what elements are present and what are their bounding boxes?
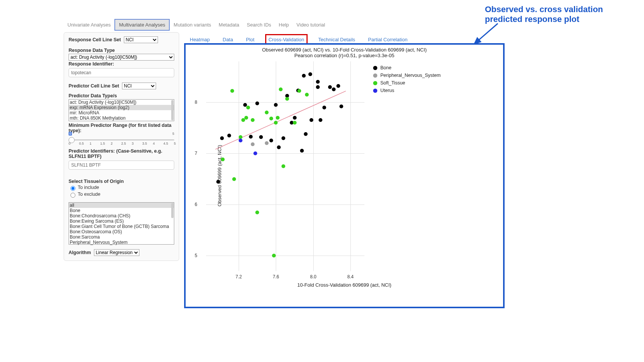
x-tick: 7.2 (236, 274, 242, 279)
topnav-search[interactable]: Search IDs (243, 20, 275, 30)
data-point (316, 85, 320, 89)
tissue-exclude-radio[interactable]: To exclude (69, 192, 100, 197)
data-point (265, 111, 269, 114)
list-item[interactable]: Bone:Giant Cell Tumor of Bone (GCTB) Sar… (69, 224, 174, 229)
data-point (309, 118, 313, 122)
list-item[interactable]: act: Drug Activity (-log10[IC50M]) (69, 100, 174, 105)
topnav-univariate[interactable]: Univariate Analyses (64, 20, 114, 30)
response-id-input[interactable] (69, 68, 174, 77)
legend-swatch (373, 89, 377, 93)
x-axis-label: 10-Fold Cross-Validation 609699 (act, NC… (186, 282, 503, 288)
list-item[interactable]: Bone:Chondrosarcoma (CHS) (69, 213, 174, 218)
subtab-data[interactable]: Data (220, 35, 235, 44)
list-item[interactable]: Bone:Osteosarcoma (OS) (69, 229, 174, 234)
plot-area: 7.27.68.08.45678 (206, 61, 364, 271)
data-point (239, 139, 242, 142)
data-point (281, 136, 285, 140)
controls-panel: Response Cell Line Set NCI Response Data… (64, 32, 179, 261)
subtab-tech[interactable]: Technical Details (316, 35, 358, 44)
legend-label: Soft_Tissue (380, 80, 405, 86)
topnav-multivariate[interactable]: Multivariate Analyses (114, 19, 170, 31)
data-point (272, 254, 276, 257)
list-item[interactable]: all (69, 203, 174, 208)
algo-select[interactable]: Linear Regression (94, 249, 139, 256)
data-point (269, 117, 273, 120)
legend-item: Peripheral_Nervous_System (373, 73, 441, 78)
legend-item: Uterus (373, 88, 441, 93)
data-point (253, 151, 257, 155)
legend-swatch (373, 73, 377, 78)
topnav-mutation[interactable]: Mutation variants (170, 20, 215, 30)
list-item[interactable]: mth: DNA 850K Methylation (69, 115, 174, 121)
annotation-line1: Observed vs. cross validation (485, 5, 621, 14)
data-point (297, 89, 301, 93)
predictor-types-label: Predictor Data Type/s (69, 93, 174, 98)
data-point (281, 164, 285, 168)
subtab-partial[interactable]: Partial Correlation (366, 35, 410, 44)
data-point (230, 89, 234, 93)
tissue-label: Select Tissue/s of Origin (69, 179, 174, 184)
data-point (269, 139, 273, 142)
data-point (265, 141, 269, 145)
data-point (316, 80, 320, 84)
response-type-select[interactable]: act: Drug Activity (-log10[IC50M]) (69, 54, 174, 61)
topnav-metadata[interactable]: Metadata (215, 20, 243, 30)
crossval-plot: Observed 609699 (act, NCI) vs. 10-Fold C… (184, 43, 505, 308)
predictor-set-select[interactable]: NCI (122, 83, 156, 89)
list-item[interactable]: exp: mRNA Expression (log2) (69, 105, 174, 110)
plot-title: Observed 609699 (act, NCI) vs. 10-Fold C… (186, 47, 503, 58)
predictor-types-list[interactable]: act: Drug Activity (-log10[IC50M]) exp: … (69, 99, 174, 121)
tissue-list[interactable]: allBoneBone:Chondrosarcoma (CHS)Bone:Ewi… (69, 202, 174, 245)
data-point (246, 106, 250, 109)
data-point (319, 118, 322, 122)
data-point (255, 211, 259, 214)
scrollbar[interactable] (171, 100, 174, 120)
pred-ids-input[interactable] (69, 161, 174, 170)
list-item[interactable]: Peripheral_Nervous_System (69, 240, 174, 245)
topnav-help[interactable]: Help (275, 20, 293, 30)
data-point (304, 132, 308, 136)
data-point (300, 149, 304, 153)
list-item[interactable]: Bone:Ewing Sarcoma (ES) (69, 218, 174, 224)
data-point (274, 121, 278, 125)
x-tick: 8.0 (310, 274, 316, 279)
subtab-heatmap[interactable]: Heatmap (188, 35, 212, 44)
scrollbar[interactable] (171, 203, 174, 218)
range-slider[interactable]: 0 5 00.511.522.533.544.55 (69, 134, 174, 148)
y-tick: 7 (195, 151, 197, 156)
data-point (277, 145, 281, 149)
data-point (251, 118, 255, 122)
y-tick: 8 (195, 100, 197, 105)
data-point (221, 158, 225, 161)
data-point (244, 116, 248, 120)
list-item[interactable]: mir: MicroRNA (69, 110, 174, 115)
topnav-video[interactable]: Video tutorial (293, 20, 329, 30)
y-tick: 6 (195, 202, 197, 207)
data-point (279, 87, 283, 91)
legend-label: Bone (380, 65, 391, 70)
data-point (216, 180, 220, 184)
data-point (336, 84, 340, 88)
data-point (339, 105, 343, 108)
data-point (332, 87, 336, 91)
data-point (227, 134, 231, 137)
data-point (322, 106, 326, 109)
data-point (302, 74, 306, 78)
data-point (308, 72, 312, 76)
data-point (274, 103, 278, 107)
range-label: Minimum Predictor Range (for first liste… (69, 123, 174, 133)
response-set-select[interactable]: NCI (124, 36, 158, 43)
data-point (285, 97, 289, 101)
data-point (276, 116, 280, 120)
slider-value-badge: 0 (69, 132, 72, 136)
subtab-plot[interactable]: Plot (244, 35, 256, 44)
slider-ticks: 00.511.522.533.544.55 (69, 142, 174, 145)
pred-ids-label: Predictor Identifiers: (Case-Sensitive, … (69, 148, 174, 159)
x-tick: 7.6 (273, 274, 279, 279)
list-item[interactable]: Bone:Sarcoma (69, 234, 174, 240)
slider-max-label: 5 (172, 132, 174, 136)
tissue-include-radio[interactable]: To include (69, 185, 99, 190)
list-item[interactable]: Bone (69, 208, 174, 213)
legend-label: Peripheral_Nervous_System (380, 73, 441, 78)
svg-line-1 (216, 91, 346, 149)
